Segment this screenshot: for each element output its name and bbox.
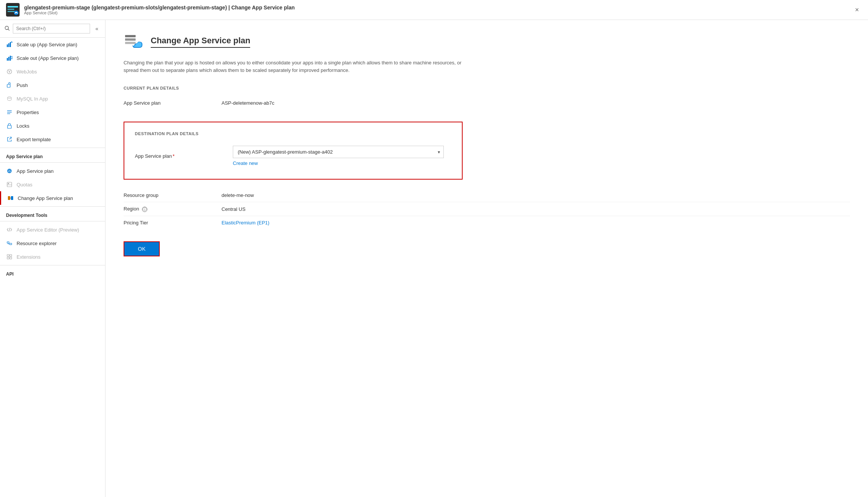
svg-rect-12 xyxy=(8,57,9,61)
region-info-icon: ⓘ xyxy=(142,207,147,212)
svg-rect-34 xyxy=(10,243,12,245)
sidebar-item-webjobs-label: WebJobs xyxy=(17,69,37,75)
sidebar-item-app-service-editor: App Service Editor (Preview) xyxy=(0,223,105,236)
svg-rect-43 xyxy=(125,42,136,44)
page-title: Change App Service plan xyxy=(151,36,250,48)
svg-rect-38 xyxy=(10,255,12,256)
pricing-tier-value[interactable]: ElasticPremium (EP1) xyxy=(222,220,269,226)
sidebar-item-scale-up[interactable]: Scale up (App Service plan) xyxy=(0,38,105,51)
region-row: Region ⓘ Central US xyxy=(124,202,850,216)
locks-icon xyxy=(6,122,13,129)
sidebar-item-extensions: Extensions xyxy=(0,250,105,264)
export-icon xyxy=(6,136,13,143)
destination-section-label: DESTINATION PLAN DETAILS xyxy=(135,131,451,136)
editor-icon xyxy=(6,226,13,233)
search-icon xyxy=(5,26,10,32)
resource-group-key: Resource group xyxy=(124,192,222,198)
sidebar-items-list: Scale up (App Service plan) Scale out (A… xyxy=(0,38,105,497)
page-header: Change App Service plan xyxy=(124,32,850,52)
sidebar-search-area: « xyxy=(0,20,105,38)
section-app-service-plan: App Service plan xyxy=(0,149,105,161)
sidebar-item-locks-label: Locks xyxy=(17,123,29,129)
sidebar-item-locks[interactable]: Locks xyxy=(0,119,105,133)
push-icon xyxy=(6,82,13,88)
sidebar-item-quotas: Quotas xyxy=(0,178,105,191)
svg-rect-37 xyxy=(7,255,9,256)
destination-plan-key: App Service plan* xyxy=(135,153,233,159)
svg-rect-19 xyxy=(7,84,10,87)
svg-point-5 xyxy=(5,26,9,29)
window-subtitle: App Service (Slot) xyxy=(24,11,295,15)
svg-rect-40 xyxy=(10,257,12,259)
destination-plan-dropdown-wrapper: (New) ASP-glengatest-premium-stage-a402 … xyxy=(233,146,444,166)
app-service-plan-icon xyxy=(6,168,13,174)
sidebar-item-resource-explorer-label: Resource explorer xyxy=(17,241,57,246)
svg-rect-42 xyxy=(125,38,136,41)
sidebar: « Scale up (App Service plan) Scale out … xyxy=(0,20,105,497)
sidebar-item-resource-explorer[interactable]: Resource explorer xyxy=(0,236,105,250)
window-title: glengatest-premium-stage (glengatest-pre… xyxy=(24,5,295,11)
sidebar-item-extensions-label: Extensions xyxy=(17,254,41,260)
sidebar-item-app-service-plan-label: App Service plan xyxy=(17,168,53,174)
title-info: glengatest-premium-stage (glengatest-pre… xyxy=(24,5,295,15)
mysql-icon xyxy=(6,95,13,102)
sidebar-item-change-plan[interactable]: Change App Service plan xyxy=(0,191,105,205)
sidebar-item-quotas-label: Quotas xyxy=(17,182,32,188)
scale-up-icon xyxy=(6,41,13,48)
sidebar-item-scale-out[interactable]: Scale out (App Service plan) xyxy=(0,51,105,65)
region-value: Central US xyxy=(222,206,246,212)
collapse-button[interactable]: « xyxy=(93,25,101,32)
close-button[interactable]: × xyxy=(852,5,862,15)
divider-5 xyxy=(0,265,105,265)
svg-rect-13 xyxy=(10,56,11,61)
svg-rect-31 xyxy=(11,196,13,200)
divider-1 xyxy=(0,148,105,148)
sidebar-item-push[interactable]: Push xyxy=(0,78,105,92)
additional-details-table: Resource group delete-me-now Region ⓘ Ce… xyxy=(124,189,850,229)
svg-rect-30 xyxy=(8,196,10,200)
resource-group-value: delete-me-now xyxy=(222,192,254,198)
svg-line-6 xyxy=(8,29,10,30)
svg-rect-2 xyxy=(8,9,14,10)
svg-rect-8 xyxy=(8,43,9,47)
quotas-icon xyxy=(6,181,13,188)
sidebar-item-editor-label: App Service Editor (Preview) xyxy=(17,227,79,233)
svg-rect-29 xyxy=(8,183,9,184)
main-layout: « Scale up (App Service plan) Scale out … xyxy=(0,20,868,497)
section-api: API xyxy=(0,267,105,278)
sidebar-item-webjobs: WebJobs xyxy=(0,65,105,78)
sidebar-item-mysql-label: MySQL In App xyxy=(17,96,48,102)
svg-rect-7 xyxy=(7,44,8,47)
sidebar-item-scale-up-label: Scale up (App Service plan) xyxy=(17,42,77,47)
dropdown-container: (New) ASP-glengatest-premium-stage-a402 … xyxy=(233,146,444,158)
svg-rect-11 xyxy=(7,58,8,61)
svg-rect-27 xyxy=(7,182,12,187)
create-new-link[interactable]: Create new xyxy=(233,160,258,166)
svg-line-32 xyxy=(9,228,10,232)
current-plan-section-label: CURRENT PLAN DETAILS xyxy=(124,86,850,90)
section-dev-tools: Development Tools xyxy=(0,208,105,220)
pricing-tier-key: Pricing Tier xyxy=(124,220,222,226)
pricing-tier-row: Pricing Tier ElasticPremium (EP1) xyxy=(124,216,850,229)
required-star: * xyxy=(173,153,174,159)
svg-rect-41 xyxy=(125,35,136,37)
destination-plan-row: App Service plan* (New) ASP-glengatest-p… xyxy=(135,142,451,170)
divider-4 xyxy=(0,221,105,221)
sidebar-item-export[interactable]: Export template xyxy=(0,133,105,146)
svg-rect-33 xyxy=(7,242,9,243)
page-description: Changing the plan that your app is hoste… xyxy=(124,59,463,74)
app-service-plan-select[interactable]: (New) ASP-glengatest-premium-stage-a402 xyxy=(233,146,444,158)
sidebar-item-app-service-plan[interactable]: App Service plan xyxy=(0,164,105,178)
svg-point-20 xyxy=(8,97,11,98)
scale-out-icon xyxy=(6,55,13,61)
resource-group-row: Resource group delete-me-now xyxy=(124,189,850,202)
webjobs-icon xyxy=(6,68,13,75)
extensions-icon xyxy=(6,253,13,260)
sidebar-item-properties[interactable]: Properties xyxy=(0,105,105,119)
current-plan-table: App Service plan ASP-deletemenow-ab7c xyxy=(124,96,850,110)
search-input[interactable] xyxy=(13,24,90,34)
properties-icon xyxy=(6,109,13,116)
sidebar-item-properties-label: Properties xyxy=(17,110,39,115)
sidebar-item-scale-out-label: Scale out (App Service plan) xyxy=(17,55,79,61)
ok-button[interactable]: OK xyxy=(124,241,160,256)
